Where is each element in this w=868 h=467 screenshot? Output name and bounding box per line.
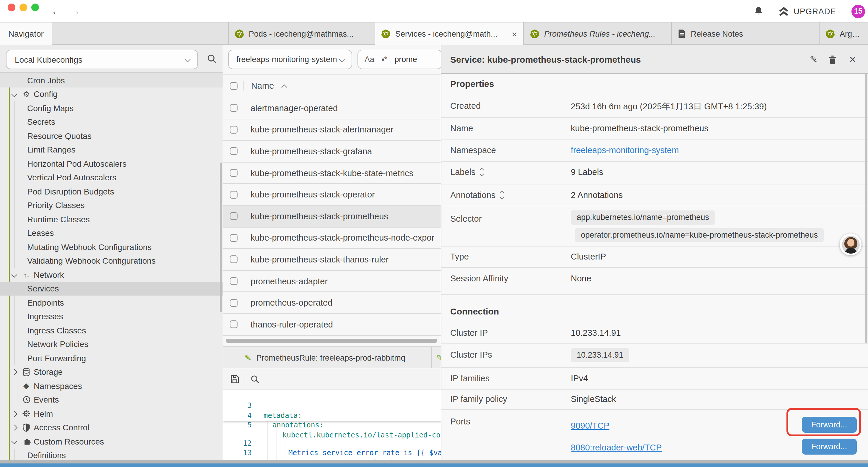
sidebar-item-vertical-pod-autoscalers[interactable]: Vertical Pod Autoscalers bbox=[0, 171, 223, 184]
row-checkbox[interactable] bbox=[230, 212, 238, 220]
notification-badge[interactable]: 15 bbox=[851, 4, 865, 18]
sidebar-item-access-control[interactable]: Access Control bbox=[0, 420, 223, 435]
sidebar-item-ingresses[interactable]: Ingresses bbox=[0, 310, 223, 323]
sidebar-item-leases[interactable]: Leases bbox=[0, 226, 223, 240]
editor-search-icon[interactable] bbox=[251, 375, 259, 383]
property-label: Name bbox=[450, 123, 473, 133]
sidebar-item-network[interactable]: ↑↓ Network bbox=[0, 268, 223, 282]
horizontal-scrollbar[interactable] bbox=[226, 339, 437, 343]
save-icon[interactable] bbox=[230, 375, 239, 383]
forward-arrow-icon[interactable]: → bbox=[69, 4, 80, 19]
sidebar-item-events[interactable]: Events bbox=[0, 393, 223, 407]
namespace-link[interactable]: freeleaps-monitoring-system bbox=[571, 145, 679, 155]
sidebar-item-helm[interactable]: Helm bbox=[0, 407, 223, 420]
sidebar-search-icon[interactable] bbox=[207, 54, 217, 66]
sidebar-item-label: Endpoints bbox=[0, 298, 64, 308]
tab-pods[interactable]: Pods - icecheng@mathmas... bbox=[228, 23, 375, 45]
table-row[interactable]: prometheus-adapter bbox=[223, 271, 441, 292]
row-checkbox[interactable] bbox=[230, 234, 238, 242]
panel-scrollbar[interactable] bbox=[865, 74, 867, 343]
yaml-editor[interactable]: 0","for":"4m","labels":{"service": 12 Me… bbox=[223, 390, 441, 467]
back-arrow-icon[interactable]: ← bbox=[51, 4, 62, 19]
expand-collapse-icon[interactable] bbox=[480, 169, 483, 176]
bell-icon[interactable] bbox=[753, 6, 764, 17]
close-icon[interactable]: × bbox=[845, 45, 860, 74]
table-row[interactable]: kube-prometheus-stack-grafana bbox=[223, 141, 441, 162]
select-all-checkbox[interactable] bbox=[230, 82, 238, 90]
row-checkbox[interactable] bbox=[230, 256, 238, 263]
close-tab-icon[interactable]: × bbox=[512, 29, 517, 39]
property-row-ip-families: IP families IPv4 bbox=[441, 368, 868, 389]
table-row-selected[interactable]: kube-prometheus-stack-prometheus bbox=[223, 206, 441, 227]
sidebar-item-custom-resources[interactable]: Custom Resources bbox=[0, 435, 223, 448]
sidebar-item-endpoints[interactable]: Endpoints bbox=[0, 296, 223, 310]
table-row[interactable]: kube-prometheus-stack-operator bbox=[223, 184, 441, 206]
trash-icon[interactable] bbox=[826, 45, 840, 74]
row-checkbox[interactable] bbox=[230, 191, 238, 198]
row-checkbox[interactable] bbox=[230, 104, 238, 112]
sidebar-item-config[interactable]: ⚙ Config bbox=[0, 87, 223, 101]
tab-services[interactable]: Services - icecheng@math... × bbox=[375, 23, 524, 45]
service-rows: alertmanager-operated kube-prometheus-st… bbox=[223, 97, 441, 335]
sidebar-item-secrets[interactable]: Secrets bbox=[0, 115, 223, 129]
property-row-selector: Selector app.kubernetes.io/name=promethe… bbox=[441, 206, 868, 246]
row-checkbox[interactable] bbox=[230, 169, 238, 177]
minimize-window-button[interactable] bbox=[20, 4, 27, 11]
table-row[interactable]: kube-prometheus-stack-thanos-ruler bbox=[223, 249, 441, 270]
divider bbox=[0, 72, 223, 73]
table-row[interactable]: kube-prometheus-stack-kube-state-metrics bbox=[223, 163, 441, 184]
sidebar-item-horizontal-pod-autoscalers[interactable]: Horizontal Pod Autoscalers bbox=[0, 157, 223, 171]
row-checkbox[interactable] bbox=[230, 277, 238, 285]
tab-prometheus-rules[interactable]: Prometheus Rules - icecheng... bbox=[524, 23, 671, 45]
sidebar-item-storage[interactable]: Storage bbox=[0, 365, 223, 379]
assistant-avatar[interactable] bbox=[840, 233, 862, 255]
tab-release-notes[interactable]: Release Notes bbox=[671, 23, 819, 45]
sidebar-item-mutating-webhook-configurations[interactable]: Mutating Webhook Configurations bbox=[0, 240, 223, 254]
tab-argo[interactable]: Argo Se bbox=[819, 23, 868, 45]
sidebar-item-validating-webhook-configurations[interactable]: Validating Webhook Configurations bbox=[0, 254, 223, 268]
sidebar-item-pod-disruption-budgets[interactable]: Pod Disruption Budgets bbox=[0, 184, 223, 198]
sidebar-item-cron-jobs[interactable]: Cron Jobs bbox=[0, 73, 223, 87]
maximize-window-button[interactable] bbox=[31, 4, 39, 11]
regex-icon[interactable]: ▪* bbox=[381, 55, 387, 64]
row-checkbox[interactable] bbox=[230, 126, 238, 134]
editor-tab-prometheusrule[interactable]: ✎ PrometheusRule: freeleaps-prod-rabbitm… bbox=[223, 347, 432, 368]
port-link-9090[interactable]: 9090/TCP bbox=[571, 420, 610, 430]
name-column-header[interactable]: Name bbox=[251, 81, 274, 90]
upgrade-button[interactable]: UPGRADE bbox=[778, 6, 836, 16]
expand-collapse-icon[interactable] bbox=[500, 191, 503, 199]
table-row[interactable]: prometheus-operated bbox=[223, 292, 441, 314]
table-row[interactable]: thanos-ruler-operated bbox=[223, 314, 441, 335]
sidebar-item-ingress-classes[interactable]: Ingress Classes bbox=[0, 323, 223, 337]
row-checkbox[interactable] bbox=[230, 299, 238, 307]
sidebar-item-services[interactable]: Services bbox=[0, 282, 223, 296]
row-checkbox[interactable] bbox=[230, 320, 238, 328]
sidebar-item-config-maps[interactable]: Config Maps bbox=[0, 101, 223, 115]
sticky-scroll-lines: 3 metadata: 4 annotations: 5 kubectl.kub… bbox=[223, 390, 441, 421]
sidebar-item-label: Namespaces bbox=[0, 381, 82, 391]
sidebar-item-namespaces[interactable]: ◆ Namespaces bbox=[0, 379, 223, 393]
table-row[interactable]: alertmanager-operated bbox=[223, 97, 441, 119]
property-value: 9 Labels bbox=[571, 167, 603, 177]
table-row[interactable]: kube-prometheus-stack-prometheus-node-ex… bbox=[223, 227, 441, 249]
sidebar-item-limit-ranges[interactable]: Limit Ranges bbox=[0, 143, 223, 157]
sidebar-item-port-forwarding[interactable]: Port Forwarding bbox=[0, 351, 223, 365]
kubeconfig-select[interactable]: Local Kubeconfigs bbox=[6, 50, 198, 69]
edit-icon[interactable]: ✎ bbox=[807, 45, 821, 74]
sidebar-scrollbar[interactable] bbox=[220, 163, 222, 312]
namespace-select[interactable]: freeleaps-monitoring-system bbox=[228, 50, 352, 69]
table-row[interactable]: kube-prometheus-stack-alertmanager bbox=[223, 119, 441, 141]
sidebar-item-resource-quotas[interactable]: Resource Quotas bbox=[0, 129, 223, 143]
forward-button-8080[interactable]: Forward... bbox=[802, 439, 857, 454]
sidebar-item-priority-classes[interactable]: Priority Classes bbox=[0, 198, 223, 212]
sidebar-item-runtime-classes[interactable]: Runtime Classes bbox=[0, 212, 223, 226]
navigator-tab[interactable]: Navigator bbox=[0, 23, 52, 45]
case-sensitive-icon[interactable]: Aa bbox=[365, 55, 374, 64]
port-link-8080[interactable]: 8080:reloader-web/TCP bbox=[571, 442, 662, 452]
property-value: IPv4 bbox=[571, 373, 588, 383]
sidebar-item-network-policies[interactable]: Network Policies bbox=[0, 337, 223, 351]
row-checkbox[interactable] bbox=[230, 147, 238, 155]
close-window-button[interactable] bbox=[8, 4, 16, 11]
filter-input[interactable]: Aa ▪* prome bbox=[358, 50, 442, 69]
property-row-name: Name kube-prometheus-stack-prometheus bbox=[441, 118, 868, 140]
